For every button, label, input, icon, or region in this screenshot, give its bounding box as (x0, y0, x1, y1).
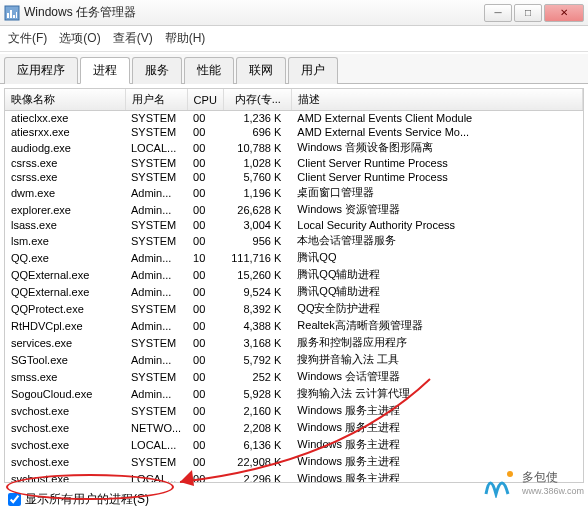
cell-mem: 3,004 K (223, 218, 291, 232)
table-row[interactable]: RtHDVCpl.exeAdmin...004,388 KRealtek高清晰音… (5, 317, 583, 334)
cell-image: audiodg.exe (5, 139, 125, 156)
cell-user: Admin... (125, 283, 187, 300)
cell-cpu: 00 (187, 125, 223, 139)
cell-mem: 6,136 K (223, 436, 291, 453)
cell-mem: 1,028 K (223, 156, 291, 170)
cell-user: NETWO... (125, 419, 187, 436)
maximize-button[interactable]: □ (514, 4, 542, 22)
table-row[interactable]: SGTool.exeAdmin...005,792 K搜狗拼音输入法 工具 (5, 351, 583, 368)
close-button[interactable]: ✕ (544, 4, 584, 22)
table-row[interactable]: dwm.exeAdmin...001,196 K桌面窗口管理器 (5, 184, 583, 201)
cell-cpu: 00 (187, 283, 223, 300)
cell-image: svchost.exe (5, 402, 125, 419)
cell-user: SYSTEM (125, 170, 187, 184)
cell-mem: 696 K (223, 125, 291, 139)
table-row[interactable]: svchost.exeNETWO...002,208 KWindows 服务主进… (5, 419, 583, 436)
minimize-button[interactable]: ─ (484, 4, 512, 22)
tab-services[interactable]: 服务 (132, 57, 182, 84)
cell-mem: 2,160 K (223, 402, 291, 419)
table-row[interactable]: audiodg.exeLOCAL...0010,788 KWindows 音频设… (5, 139, 583, 156)
process-table: 映像名称 用户名 CPU 内存(专... 描述 atieclxx.exeSYST… (5, 89, 583, 483)
cell-user: Admin... (125, 184, 187, 201)
cell-cpu: 00 (187, 300, 223, 317)
cell-cpu: 00 (187, 232, 223, 249)
tabstrip: 应用程序 进程 服务 性能 联网 用户 (0, 54, 588, 84)
cell-mem: 1,196 K (223, 184, 291, 201)
tab-processes[interactable]: 进程 (80, 57, 130, 84)
svg-rect-1 (7, 13, 9, 18)
watermark-url: www.386w.com (522, 486, 584, 496)
cell-user: SYSTEM (125, 156, 187, 170)
cell-desc: 腾讯QQ辅助进程 (291, 266, 582, 283)
cell-desc: Realtek高清晰音频管理器 (291, 317, 582, 334)
table-row[interactable]: explorer.exeAdmin...0026,628 KWindows 资源… (5, 201, 583, 218)
cell-cpu: 00 (187, 436, 223, 453)
svg-rect-3 (13, 15, 15, 18)
cell-mem: 8,392 K (223, 300, 291, 317)
table-row[interactable]: lsm.exeSYSTEM00956 K本地会话管理器服务 (5, 232, 583, 249)
table-row[interactable]: svchost.exeLOCAL...006,136 KWindows 服务主进… (5, 436, 583, 453)
table-row[interactable]: QQExternal.exeAdmin...0015,260 K腾讯QQ辅助进程 (5, 266, 583, 283)
cell-mem: 252 K (223, 368, 291, 385)
table-row[interactable]: svchost.exeSYSTEM002,160 KWindows 服务主进程 (5, 402, 583, 419)
cell-mem: 111,716 K (223, 249, 291, 266)
cell-mem: 22,908 K (223, 453, 291, 470)
table-row[interactable]: services.exeSYSTEM003,168 K服务和控制器应用程序 (5, 334, 583, 351)
col-user[interactable]: 用户名 (125, 89, 187, 111)
menu-options[interactable]: 选项(O) (59, 30, 100, 47)
cell-desc: Local Security Authority Process (291, 218, 582, 232)
cell-cpu: 00 (187, 419, 223, 436)
cell-mem: 3,168 K (223, 334, 291, 351)
table-row[interactable]: SogouCloud.exeAdmin...005,928 K搜狗输入法 云计算… (5, 385, 583, 402)
cell-cpu: 00 (187, 453, 223, 470)
col-description[interactable]: 描述 (291, 89, 582, 111)
tab-performance[interactable]: 性能 (184, 57, 234, 84)
table-row[interactable]: QQProtect.exeSYSTEM008,392 KQQ安全防护进程 (5, 300, 583, 317)
tab-applications[interactable]: 应用程序 (4, 57, 78, 84)
process-list[interactable]: 映像名称 用户名 CPU 内存(专... 描述 atieclxx.exeSYST… (4, 88, 584, 483)
cell-mem: 26,628 K (223, 201, 291, 218)
menu-help[interactable]: 帮助(H) (165, 30, 206, 47)
table-row[interactable]: atieclxx.exeSYSTEM001,236 KAMD External … (5, 111, 583, 126)
col-memory[interactable]: 内存(专... (223, 89, 291, 111)
cell-cpu: 00 (187, 111, 223, 126)
col-image[interactable]: 映像名称 (5, 89, 125, 111)
table-row[interactable]: QQExternal.exeAdmin...009,524 K腾讯QQ辅助进程 (5, 283, 583, 300)
show-all-users-checkbox[interactable] (8, 493, 21, 506)
cell-mem: 5,792 K (223, 351, 291, 368)
cell-desc: Windows 服务主进程 (291, 402, 582, 419)
cell-desc: 腾讯QQ (291, 249, 582, 266)
table-row[interactable]: lsass.exeSYSTEM003,004 KLocal Security A… (5, 218, 583, 232)
cell-desc: 腾讯QQ辅助进程 (291, 283, 582, 300)
menu-file[interactable]: 文件(F) (8, 30, 47, 47)
tab-users[interactable]: 用户 (288, 57, 338, 84)
cell-desc: 服务和控制器应用程序 (291, 334, 582, 351)
cell-user: SYSTEM (125, 402, 187, 419)
cell-cpu: 00 (187, 334, 223, 351)
cell-cpu: 00 (187, 385, 223, 402)
table-row[interactable]: QQ.exeAdmin...10111,716 K腾讯QQ (5, 249, 583, 266)
cell-user: SYSTEM (125, 368, 187, 385)
menu-view[interactable]: 查看(V) (113, 30, 153, 47)
tab-networking[interactable]: 联网 (236, 57, 286, 84)
table-row[interactable]: atiesrxx.exeSYSTEM00696 KAMD External Ev… (5, 125, 583, 139)
menubar: 文件(F) 选项(O) 查看(V) 帮助(H) (0, 26, 588, 52)
table-row[interactable]: csrss.exeSYSTEM001,028 KClient Server Ru… (5, 156, 583, 170)
cell-desc: 搜狗输入法 云计算代理 (291, 385, 582, 402)
table-row[interactable]: csrss.exeSYSTEM005,760 KClient Server Ru… (5, 170, 583, 184)
cell-user: Admin... (125, 266, 187, 283)
col-cpu[interactable]: CPU (187, 89, 223, 111)
cell-image: SGTool.exe (5, 351, 125, 368)
table-row[interactable]: smss.exeSYSTEM00252 KWindows 会话管理器 (5, 368, 583, 385)
cell-cpu: 00 (187, 184, 223, 201)
cell-cpu: 00 (187, 139, 223, 156)
cell-desc: 桌面窗口管理器 (291, 184, 582, 201)
cell-mem: 15,260 K (223, 266, 291, 283)
cell-cpu: 00 (187, 317, 223, 334)
cell-user: Admin... (125, 201, 187, 218)
cell-image: atiesrxx.exe (5, 125, 125, 139)
cell-image: smss.exe (5, 368, 125, 385)
cell-user: SYSTEM (125, 111, 187, 126)
cell-image: explorer.exe (5, 201, 125, 218)
cell-user: LOCAL... (125, 436, 187, 453)
